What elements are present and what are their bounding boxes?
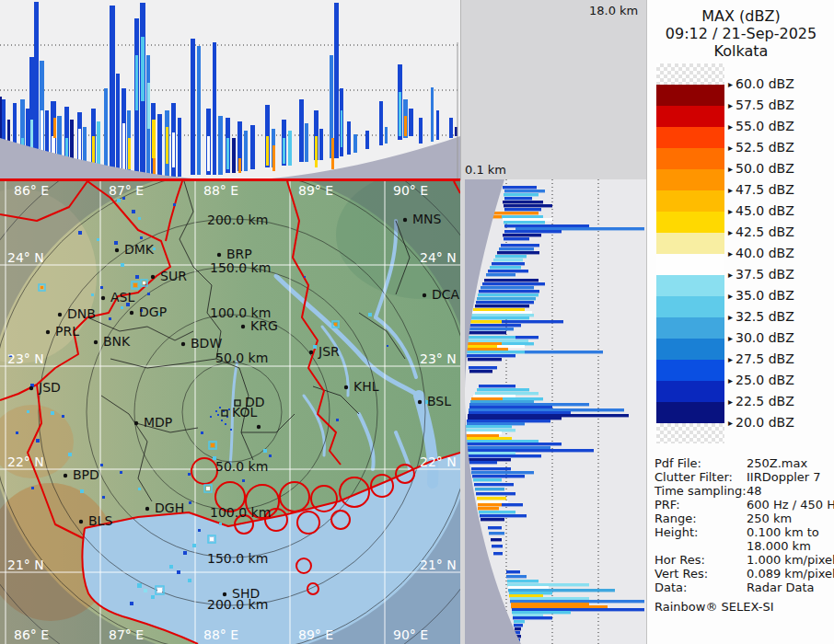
echo-row [468,414,629,417]
dbz-scale-label: ▸32.5 dBZ [728,309,794,324]
scale-band [656,169,724,190]
echo-column [172,132,175,167]
scale-band [656,339,724,360]
city-label: BSL [427,394,451,408]
echo-row [525,351,603,353]
scale-band [656,85,724,106]
city-marker [79,520,83,523]
scale-tick-arrow-icon: ▸ [728,206,733,216]
ew-cross-section-canvas [0,0,460,180]
echo-row [508,589,615,592]
metadata-key: Vert Res: [654,567,708,581]
echo-column [331,138,334,169]
echo-row [479,290,539,293]
precip-echo [121,306,123,309]
city-marker [64,474,67,477]
echo-row [470,400,534,403]
echo-row [512,611,571,614]
precip-echo [91,293,94,296]
echo-column [157,114,162,177]
city-label: DNB [67,306,96,321]
metadata-key: Pdf File: [654,456,701,470]
precip-echo [62,415,64,418]
echo-column [272,145,275,171]
metadata-row: Range:250 km [654,512,831,525]
precip-echo [304,276,306,278]
precip-echo [210,537,214,541]
echo-row [480,514,527,517]
range-ring-label: 50.0 km [215,351,268,365]
scale-tick-arrow-icon: ▸ [728,79,733,89]
precip-echo [114,241,118,245]
echo-row [506,575,527,578]
product-title: MAX (dBZ) [647,7,834,25]
precip-echo [133,283,137,287]
echo-row [465,431,502,434]
height-axis-max-label: 18.0 km [589,4,638,17]
echo-row [466,351,525,353]
city-label: BLS [88,513,112,528]
echo-column [404,116,407,136]
precip-echo [41,286,43,289]
city-marker [181,342,185,346]
precip-echo [177,570,180,574]
echo-row [515,627,521,630]
precip-echo [31,487,34,489]
echo-column [266,136,269,166]
metadata-key: Clutter Filter: [654,470,733,484]
scale-tick-arrow-icon: ▸ [728,333,733,343]
echo-row [469,328,514,330]
precip-echo [27,410,29,413]
precip-echo [109,317,111,320]
range-ring-label: 100.0 km [210,505,271,520]
precip-echo [219,523,222,525]
city-label: DMK [124,242,155,257]
longitude-label: 86° E [14,627,49,642]
dbz-scale-label: ▸25.0 dBZ [728,373,794,387]
range-ring-label: 100.0 km [210,305,271,320]
precip-echo [201,431,203,434]
echo-row [506,570,520,573]
metadata-value: 0.089 km/pixel [747,567,834,581]
echo-row [515,227,644,230]
range-ring-label: 150.0 km [207,551,268,566]
echo-column [41,110,43,156]
echo-column [431,87,434,142]
city-label: BPD [73,467,99,482]
latitude-label: 24° N [420,250,457,265]
city-label: KRG [250,318,278,333]
scale-tick-arrow-icon: ▸ [728,248,733,259]
echo-column [147,83,150,129]
metadata-row: Vert Res:0.089 km/pixel [654,567,831,581]
echo-column [232,138,236,173]
radar-map-panel[interactable]: DMKBRPSURDNBASLDGPPRLBNKBDWKRGJSRKHLBSLD… [0,181,460,644]
echo-row [501,244,539,247]
echo-row [508,586,549,589]
echo-row [468,358,502,361]
scale-band [656,127,724,148]
echo-row [504,221,545,224]
dbz-scale-label: ▸47.5 dBZ [728,182,794,197]
metadata-row: Pdf File:250Z.max [654,456,831,470]
echo-row [504,237,529,240]
echo-row [490,266,521,269]
echo-row [466,440,539,443]
precip-echo [121,263,124,267]
precip-echo [217,414,219,416]
echo-row [492,262,525,265]
ns-height-cross-section-panel[interactable] [465,179,654,644]
echo-row [503,186,537,189]
scale-tick-arrow-icon: ▸ [728,418,733,428]
echo-column [122,123,125,171]
scale-band [656,106,724,127]
city-label: MNS [412,212,442,226]
ew-height-cross-section-panel[interactable] [0,0,461,180]
echo-column [213,42,216,175]
city-marker [94,340,98,344]
echo-row [477,388,529,391]
scale-band [656,254,724,275]
precip-echo [225,423,226,425]
city-marker [403,218,407,222]
echo-row [469,411,571,414]
scale-tick-arrow-icon: ▸ [728,291,733,301]
